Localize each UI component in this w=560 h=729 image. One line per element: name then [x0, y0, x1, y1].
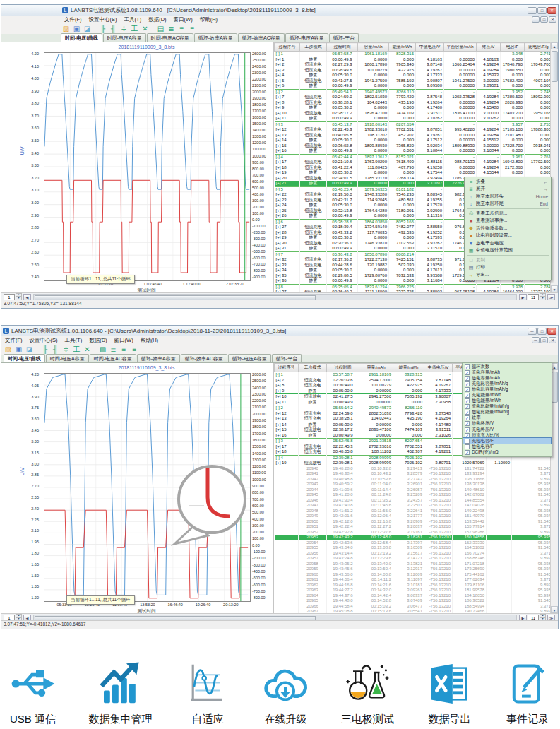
table-row[interactable]: 2095919:43:45.600:13:50.43.12917-756.132… [275, 567, 553, 572]
menu-item-6[interactable]: 帮助(H) [196, 16, 221, 23]
mdi-minimize-button[interactable]: ─ [532, 337, 540, 343]
table-row[interactable]: 2095819:43:35.200:13:40.03.13821-756.132… [275, 562, 553, 567]
table-row[interactable]: [+] 1静置00:00:49.90.00000.0004.181630.000… [275, 57, 553, 63]
context-menu-item[interactable]: ▼放电平台电压... [465, 239, 550, 247]
maximize-button[interactable]: □ [537, 328, 547, 335]
zoom-tool-icon[interactable]: ≑ [61, 345, 71, 354]
save-icon[interactable]: ▣ [72, 24, 81, 33]
context-menu-item[interactable]: ◆活性物质参数... [465, 225, 550, 232]
column-header-9[interactable]: 电容/F [501, 43, 525, 52]
table-row[interactable]: [-] 205:49:54.11940.495738266.110---3.95… [275, 89, 553, 95]
close-curve-icon[interactable]: ✕ [141, 24, 150, 33]
context-menu-item[interactable]: ●比电容时段设置... [465, 232, 550, 240]
table-row[interactable]: 2096419:44:37.600:14:42.43.08337-756.132… [275, 593, 553, 599]
tab-2[interactable]: 时间-电压A容量 [103, 33, 146, 42]
tab-7[interactable]: 循环-平台 [272, 354, 302, 362]
table-row[interactable]: 2094919:42:01.600:12:06.43.21777-756.132… [275, 514, 553, 519]
chart-plot[interactable] [44, 52, 251, 281]
table-row[interactable]: [+] 2恒流充电02:27:29.31860.178907905.3403.8… [275, 62, 553, 68]
tab-5[interactable]: 循环-效率AC容量 [181, 354, 227, 362]
save-as-icon[interactable]: ◪ [83, 24, 92, 33]
maximize-button[interactable]: □ [537, 7, 547, 14]
menu-item-5[interactable]: 窗口(W) [111, 337, 137, 344]
table-row[interactable]: 2094519:41:20.000:11:24.83.25209-756.132… [275, 492, 553, 498]
table-row[interactable]: 2096219:44:16.800:14:21.63.10181-756.132… [275, 583, 553, 588]
column-header-2[interactable]: 工步模式 [300, 43, 327, 52]
table-row[interactable]: [+] 3恒压充电00:36:49.6101.00279422.9754.192… [275, 68, 553, 73]
column-header-5[interactable]: 能量/mWh [389, 43, 416, 52]
grid-view-icon[interactable]: ▤ [156, 24, 165, 33]
table-row[interactable]: [+] 15恒流放电02:36:02.81809.889307365.8203.… [275, 143, 553, 149]
menu-item-4[interactable]: 数据(D) [85, 337, 110, 344]
table-row[interactable]: 2096019:43:56.000:14:00.83.12009-756.132… [275, 572, 553, 578]
column-header-6[interactable]: 中值电压/V [424, 364, 453, 372]
checkbox-icon[interactable]: ✓ [465, 433, 470, 438]
table-row[interactable]: [+] 18恒压充电00:41:22.4111.80425467.7904.19… [275, 165, 553, 171]
table-row[interactable]: 2094219:40:48.800:10:53.63.27742-756.132… [275, 477, 553, 482]
table-row[interactable]: 2095719:43:24.800:13:29.63.14721-756.132… [275, 556, 553, 562]
column-header-10[interactable]: 比电容/F/g [525, 43, 553, 52]
marker-right-icon[interactable]: ╢ [109, 24, 118, 33]
table-row[interactable]: [-] 405:42:44.41897.136128153.021---3.96… [275, 154, 553, 160]
menu-item-4[interactable]: 数据(D) [145, 16, 169, 23]
cycle-range-tooltip[interactable]: 当前循环1...11, 总共11个循环 [66, 275, 135, 284]
column-header-3[interactable]: 过程时间 [327, 43, 358, 52]
cycle-range-tooltip[interactable]: 当前循环1...11, 总共11个循环 [66, 595, 135, 605]
table-row[interactable]: [+] 7恒流充电02:24:59.01802.510307793.4203.8… [275, 95, 553, 100]
table-row[interactable]: [+] 5恒流放电02:41:27.51941.275007585.1923.9… [275, 78, 553, 84]
grid-view-icon[interactable]: ▤ [98, 345, 107, 354]
table-row[interactable]: [+] 19恒流放电02:39:28.12928.999997926.1023.… [275, 461, 553, 466]
tab-5[interactable]: 循环-效率AC容量 [238, 33, 285, 42]
table-row[interactable]: 2095219:42:32.800:12:37.63.19161-756.132… [275, 530, 553, 535]
tab-4[interactable]: 循环-效率A容量 [194, 33, 237, 42]
close-curve-icon[interactable]: ✕ [83, 345, 92, 354]
mdi-close-button[interactable]: ✕ [549, 337, 556, 343]
scroll-down-icon[interactable]: ▼ [551, 606, 558, 613]
checkbox-icon[interactable]: ✓ [465, 421, 470, 426]
column-header-6[interactable]: 中值电压/V [416, 43, 444, 52]
context-menu-item[interactable]: ↓跳至本层环尾End [465, 201, 550, 208]
column-chooser-item[interactable]: ✓DCIR(充)/mΩ [463, 449, 551, 455]
columns-view-icon[interactable]: ≡ [130, 345, 139, 354]
fit-tool-icon[interactable]: 工 [130, 24, 139, 33]
context-menu-item[interactable]: ◎查看工步信息... [465, 210, 550, 218]
table-row[interactable]: [+] 9静置00:05:30.00.00000.0004.174800.000… [275, 105, 553, 111]
column-header-4[interactable]: 容量/mAh [358, 43, 389, 52]
table-row[interactable]: 2095419:42:53.600:12:58.43.17397-756.132… [275, 540, 553, 546]
checkbox-icon[interactable]: ✓ [465, 398, 470, 403]
checkbox-icon[interactable] [465, 439, 470, 444]
marker-left-icon[interactable]: ╟ [98, 24, 107, 33]
tab-1[interactable]: 时间-电压t曲线 [4, 354, 45, 362]
table-row[interactable]: 2094119:40:38.400:10:43.23.28579-756.132… [275, 471, 553, 477]
table-row[interactable]: 2095319:42:43.200:12:48.03.18281-756.132… [275, 535, 553, 540]
tab-6[interactable]: 循环-电压A容量 [228, 354, 271, 362]
context-menu-item[interactable]: ▤打印... [465, 264, 550, 272]
tab-3[interactable]: 时间-电压AC容量 [90, 354, 136, 362]
table-row[interactable]: [+] 11静置00:00:49.90.00000.0003.102620.00… [275, 116, 553, 122]
table-row[interactable]: [+] 14静置00:05:30.00.00000.0004.175120.00… [275, 138, 553, 143]
checkbox-icon[interactable]: ✓ [465, 450, 470, 455]
scroll-up-icon[interactable]: ▲ [551, 42, 558, 49]
checkbox-icon[interactable]: ✓ [465, 415, 470, 420]
marker-right-icon[interactable]: ╢ [51, 345, 60, 354]
mdi-restore-button[interactable]: □ [540, 16, 548, 23]
scroll-thumb[interactable] [552, 372, 558, 403]
table-row[interactable]: 2096319:44:27.200:14:32.03.09261-756.132… [275, 588, 553, 593]
minimize-button[interactable]: ─ [528, 328, 537, 335]
mdi-restore-button[interactable]: □ [540, 337, 548, 343]
menu-item-5[interactable]: 窗口(W) [170, 16, 196, 23]
tab-7[interactable]: 循环-平台 [329, 33, 359, 42]
columns-view-icon[interactable]: ≡ [188, 24, 197, 33]
tab-4[interactable]: 循环-效率A容量 [137, 354, 180, 362]
table-row[interactable]: [-] 805:35:05.41833.612347966.225---3.97… [275, 284, 553, 290]
column-header-5[interactable]: 能量/mWh [393, 364, 424, 372]
save-as-icon[interactable]: ◪ [25, 345, 34, 354]
context-menu-item[interactable]: ≡折叠← [465, 178, 550, 186]
table-row[interactable]: [-] 305:45:13.71918.001438207.654---3.95… [275, 122, 553, 127]
column-header-4[interactable]: 容量/mAh [359, 364, 393, 372]
table-row[interactable]: 2096619:44:58.400:15:03.23.06477-756.132… [275, 604, 553, 610]
checkbox-icon[interactable]: ✓ [465, 404, 470, 409]
column-header-1[interactable]: 过程序号 [275, 364, 299, 372]
tab-6[interactable]: 循环-电压A容量 [285, 33, 328, 42]
checkbox-icon[interactable]: ✓ [465, 393, 470, 398]
